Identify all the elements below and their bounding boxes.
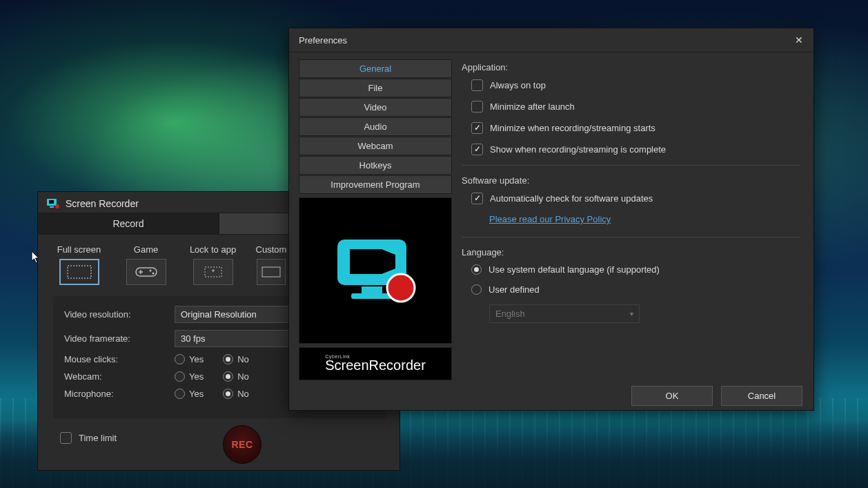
sidebar-item-hotkeys[interactable]: Hotkeys: [299, 156, 452, 175]
mic-yes-radio[interactable]: Yes: [175, 389, 204, 399]
mode-custom-button[interactable]: [257, 259, 286, 285]
always-on-top-label: Always on top: [490, 80, 546, 90]
sidebar-item-general[interactable]: General: [299, 59, 452, 78]
divider: [462, 165, 800, 166]
resolution-value: Original Resolution: [181, 309, 257, 320]
mode-lock-label: Lock to app: [190, 244, 236, 255]
svg-rect-4: [68, 266, 91, 278]
divider: [462, 237, 800, 237]
preferences-dialog: Preferences ✕ General File Video Audio W…: [288, 28, 814, 411]
language-system-label: Use system default language (if supporte…: [489, 264, 660, 275]
svg-rect-1: [49, 200, 54, 204]
svg-point-9: [152, 273, 154, 275]
show-when-complete-label: Show when recording/streaming is complet…: [490, 144, 666, 155]
close-icon[interactable]: ✕: [791, 34, 807, 46]
svg-rect-15: [362, 286, 382, 293]
svg-point-3: [55, 204, 59, 208]
mode-lock-button[interactable]: [193, 259, 233, 285]
fullscreen-icon: [66, 264, 93, 280]
privacy-policy-link[interactable]: Please read our Privacy Policy: [489, 214, 800, 224]
record-button-label: REC: [231, 439, 253, 450]
language-heading: Language:: [462, 247, 800, 257]
mode-fullscreen-label: Full screen: [57, 244, 101, 255]
language-user-radio[interactable]: [471, 284, 482, 295]
always-on-top-checkbox[interactable]: [471, 79, 483, 91]
minimize-after-launch-checkbox[interactable]: [471, 101, 483, 113]
sidebar-logo: [299, 197, 452, 344]
ok-button[interactable]: OK: [631, 386, 713, 406]
framerate-label: Video framerate:: [64, 333, 168, 344]
custom-icon: [259, 264, 283, 280]
time-limit-checkbox[interactable]: [60, 432, 72, 444]
webcam-label: Webcam:: [64, 371, 168, 382]
mode-game-button[interactable]: [126, 259, 166, 285]
webcam-yes-radio[interactable]: Yes: [175, 371, 204, 382]
minimize-after-launch-label: Minimize after launch: [490, 101, 575, 112]
svg-point-8: [149, 270, 151, 272]
svg-rect-17: [350, 249, 382, 274]
sidebar-item-improvement[interactable]: Improvement Program: [299, 175, 452, 194]
preferences-titlebar: Preferences ✕: [289, 28, 813, 52]
svg-rect-16: [351, 293, 393, 299]
sidebar-item-file[interactable]: File: [299, 79, 452, 97]
application-heading: Application:: [462, 62, 800, 72]
sidebar-brand: CyberLink ScreenRecorder: [299, 347, 452, 380]
svg-rect-13: [262, 267, 280, 277]
auto-check-updates-label: Automatically check for software updates: [490, 193, 653, 204]
preferences-footer: OK Cancel: [289, 386, 813, 416]
sidebar-item-webcam[interactable]: Webcam: [299, 137, 452, 155]
minimize-when-recording-label: Minimize when recording/streaming starts: [490, 123, 655, 133]
auto-check-updates-checkbox[interactable]: [471, 193, 483, 204]
cancel-button[interactable]: Cancel: [721, 386, 802, 406]
tab-record[interactable]: Record: [38, 213, 219, 235]
svg-point-18: [387, 274, 415, 302]
show-when-complete-checkbox[interactable]: [471, 144, 483, 155]
time-limit-label: Time limit: [79, 433, 117, 443]
lock-to-app-icon: [199, 264, 227, 280]
gamepad-icon: [134, 265, 159, 279]
language-value: English: [495, 309, 525, 319]
mouse-yes-radio[interactable]: Yes: [175, 354, 204, 364]
screenrecorder-logo-icon: [324, 226, 427, 315]
minimize-when-recording-checkbox[interactable]: [471, 122, 483, 134]
record-button[interactable]: REC: [223, 425, 262, 464]
brand-main: ScreenRecorder: [325, 358, 426, 373]
software-update-heading: Software update:: [462, 175, 800, 186]
microphone-label: Microphone:: [64, 389, 168, 399]
mode-custom-label: Custom: [256, 244, 287, 255]
language-dropdown: English: [489, 304, 640, 323]
framerate-value: 30 fps: [181, 333, 205, 344]
svg-rect-2: [50, 206, 54, 208]
app-logo-icon: [46, 197, 60, 210]
mode-fullscreen-button[interactable]: [59, 259, 99, 285]
mode-game-label: Game: [134, 244, 158, 255]
mic-no-radio[interactable]: No: [223, 389, 249, 399]
language-user-label: User defined: [489, 284, 540, 295]
mouse-no-radio[interactable]: No: [223, 354, 249, 364]
sidebar-item-audio[interactable]: Audio: [299, 117, 452, 136]
mouse-clicks-label: Mouse clicks:: [64, 354, 168, 364]
language-system-radio[interactable]: [471, 264, 482, 275]
sidebar-item-video[interactable]: Video: [299, 98, 452, 117]
resolution-label: Video resolution:: [64, 309, 168, 320]
preferences-title: Preferences: [299, 35, 347, 46]
app-title: Screen Recorder: [66, 198, 139, 209]
preferences-sidebar: General File Video Audio Webcam Hotkeys …: [299, 59, 452, 386]
webcam-no-radio[interactable]: No: [223, 371, 249, 382]
preferences-content: Application: Always on top Minimize afte…: [462, 59, 804, 386]
